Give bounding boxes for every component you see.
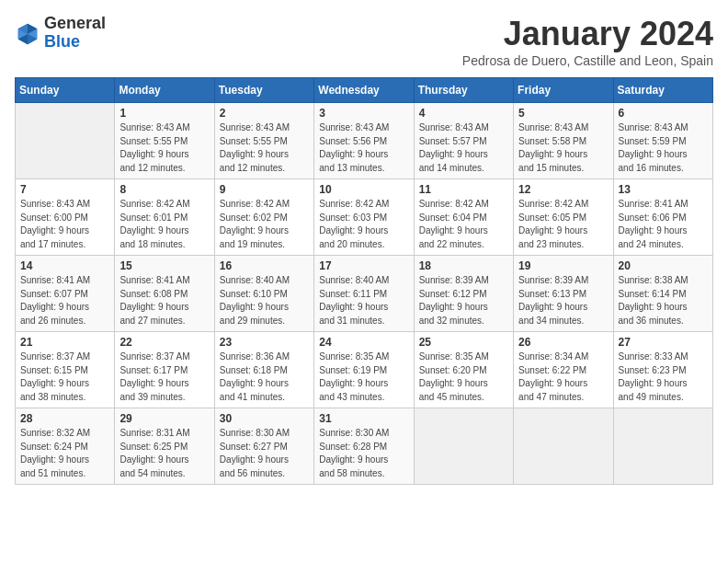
weekday-header: Monday: [115, 78, 214, 103]
day-detail: Sunrise: 8:33 AMSunset: 6:23 PMDaylight:…: [619, 350, 708, 404]
day-detail: Sunrise: 8:42 AMSunset: 6:04 PMDaylight:…: [419, 198, 508, 251]
logo-text: General Blue: [44, 15, 106, 52]
calendar-cell: 27Sunrise: 8:33 AMSunset: 6:23 PMDayligh…: [613, 332, 712, 408]
day-detail: Sunrise: 8:31 AMSunset: 6:25 PMDaylight:…: [119, 427, 209, 480]
calendar-cell: 10Sunrise: 8:42 AMSunset: 6:03 PMDayligh…: [314, 179, 414, 256]
day-number: 31: [319, 412, 408, 425]
calendar-cell: 22Sunrise: 8:37 AMSunset: 6:17 PMDayligh…: [115, 332, 214, 408]
calendar-cell: 28Sunrise: 8:32 AMSunset: 6:24 PMDayligh…: [16, 408, 115, 485]
day-detail: Sunrise: 8:30 AMSunset: 6:27 PMDaylight:…: [220, 427, 309, 480]
day-number: 4: [419, 107, 508, 120]
logo-icon: [15, 20, 40, 46]
day-number: 23: [220, 336, 309, 349]
day-number: 17: [319, 259, 408, 272]
day-number: 26: [518, 336, 608, 349]
day-number: 2: [220, 107, 309, 120]
day-detail: Sunrise: 8:39 AMSunset: 6:13 PMDaylight:…: [518, 274, 608, 327]
weekday-header: Thursday: [414, 78, 513, 103]
day-detail: Sunrise: 8:36 AMSunset: 6:18 PMDaylight:…: [220, 350, 309, 404]
day-detail: Sunrise: 8:30 AMSunset: 6:28 PMDaylight:…: [319, 427, 408, 480]
title-block: January 2024 Pedrosa de Duero, Castille …: [462, 15, 713, 68]
day-number: 20: [619, 259, 708, 272]
day-detail: Sunrise: 8:42 AMSunset: 6:03 PMDaylight:…: [319, 198, 408, 251]
day-detail: Sunrise: 8:43 AMSunset: 5:58 PMDaylight:…: [518, 121, 608, 175]
day-number: 9: [220, 183, 309, 196]
calendar-cell: 13Sunrise: 8:41 AMSunset: 6:06 PMDayligh…: [613, 179, 712, 256]
day-detail: Sunrise: 8:39 AMSunset: 6:12 PMDaylight:…: [419, 274, 508, 327]
calendar-cell: 15Sunrise: 8:41 AMSunset: 6:08 PMDayligh…: [115, 256, 214, 332]
calendar-cell: 25Sunrise: 8:35 AMSunset: 6:20 PMDayligh…: [414, 332, 513, 408]
day-number: 13: [619, 183, 708, 196]
weekday-header-row: SundayMondayTuesdayWednesdayThursdayFrid…: [16, 78, 713, 103]
weekday-header: Friday: [514, 78, 613, 103]
day-detail: Sunrise: 8:35 AMSunset: 6:19 PMDaylight:…: [319, 350, 408, 404]
day-number: 1: [119, 107, 209, 120]
weekday-header: Sunday: [16, 78, 115, 103]
calendar-cell: 17Sunrise: 8:40 AMSunset: 6:11 PMDayligh…: [314, 256, 414, 332]
calendar-cell: 30Sunrise: 8:30 AMSunset: 6:27 PMDayligh…: [214, 408, 313, 485]
calendar-cell: 11Sunrise: 8:42 AMSunset: 6:04 PMDayligh…: [414, 179, 513, 256]
day-detail: Sunrise: 8:40 AMSunset: 6:10 PMDaylight:…: [220, 274, 309, 327]
calendar-cell: 14Sunrise: 8:41 AMSunset: 6:07 PMDayligh…: [16, 256, 115, 332]
calendar-cell: 8Sunrise: 8:42 AMSunset: 6:01 PMDaylight…: [115, 179, 214, 256]
day-number: 11: [419, 183, 508, 196]
calendar-cell: 12Sunrise: 8:42 AMSunset: 6:05 PMDayligh…: [514, 179, 613, 256]
day-number: 22: [119, 336, 209, 349]
day-detail: Sunrise: 8:43 AMSunset: 5:59 PMDaylight:…: [619, 121, 708, 175]
day-number: 18: [419, 259, 508, 272]
day-number: 28: [20, 412, 109, 425]
page-header: General Blue January 2024 Pedrosa de Due…: [15, 15, 713, 68]
day-detail: Sunrise: 8:38 AMSunset: 6:14 PMDaylight:…: [619, 274, 708, 327]
day-detail: Sunrise: 8:42 AMSunset: 6:02 PMDaylight:…: [220, 198, 309, 251]
day-detail: Sunrise: 8:43 AMSunset: 5:56 PMDaylight:…: [319, 121, 408, 175]
day-number: 25: [419, 336, 508, 349]
weekday-header: Saturday: [613, 78, 712, 103]
day-number: 10: [319, 183, 408, 196]
day-detail: Sunrise: 8:42 AMSunset: 6:05 PMDaylight:…: [518, 198, 608, 251]
day-detail: Sunrise: 8:41 AMSunset: 6:07 PMDaylight:…: [20, 274, 109, 327]
calendar-cell: 24Sunrise: 8:35 AMSunset: 6:19 PMDayligh…: [314, 332, 414, 408]
day-number: 12: [518, 183, 608, 196]
calendar-cell: 23Sunrise: 8:36 AMSunset: 6:18 PMDayligh…: [214, 332, 313, 408]
calendar-cell: 31Sunrise: 8:30 AMSunset: 6:28 PMDayligh…: [314, 408, 414, 485]
day-detail: Sunrise: 8:43 AMSunset: 5:55 PMDaylight:…: [119, 121, 209, 175]
day-number: 8: [119, 183, 209, 196]
day-detail: Sunrise: 8:43 AMSunset: 6:00 PMDaylight:…: [20, 198, 109, 251]
day-number: 21: [20, 336, 109, 349]
calendar-cell: [414, 408, 513, 485]
calendar-cell: [514, 408, 613, 485]
calendar-cell: 1Sunrise: 8:43 AMSunset: 5:55 PMDaylight…: [115, 103, 214, 179]
day-number: 3: [319, 107, 408, 120]
calendar-cell: 19Sunrise: 8:39 AMSunset: 6:13 PMDayligh…: [514, 256, 613, 332]
day-detail: Sunrise: 8:37 AMSunset: 6:15 PMDaylight:…: [20, 350, 109, 404]
day-detail: Sunrise: 8:34 AMSunset: 6:22 PMDaylight:…: [518, 350, 608, 404]
calendar-cell: 9Sunrise: 8:42 AMSunset: 6:02 PMDaylight…: [214, 179, 313, 256]
calendar-cell: 29Sunrise: 8:31 AMSunset: 6:25 PMDayligh…: [115, 408, 214, 485]
calendar-cell: 2Sunrise: 8:43 AMSunset: 5:55 PMDaylight…: [214, 103, 313, 179]
calendar-cell: 20Sunrise: 8:38 AMSunset: 6:14 PMDayligh…: [613, 256, 712, 332]
weekday-header: Tuesday: [214, 78, 313, 103]
logo: General Blue: [15, 15, 106, 52]
month-title: January 2024: [462, 15, 713, 53]
day-detail: Sunrise: 8:41 AMSunset: 6:06 PMDaylight:…: [619, 198, 708, 251]
day-number: 16: [220, 259, 309, 272]
calendar-cell: [613, 408, 712, 485]
day-detail: Sunrise: 8:32 AMSunset: 6:24 PMDaylight:…: [20, 427, 109, 480]
day-number: 29: [119, 412, 209, 425]
day-number: 5: [518, 107, 608, 120]
day-detail: Sunrise: 8:43 AMSunset: 5:57 PMDaylight:…: [419, 121, 508, 175]
day-detail: Sunrise: 8:43 AMSunset: 5:55 PMDaylight:…: [220, 121, 309, 175]
calendar-cell: 7Sunrise: 8:43 AMSunset: 6:00 PMDaylight…: [16, 179, 115, 256]
calendar-week-row: 21Sunrise: 8:37 AMSunset: 6:15 PMDayligh…: [16, 332, 713, 408]
calendar-week-row: 28Sunrise: 8:32 AMSunset: 6:24 PMDayligh…: [16, 408, 713, 485]
day-number: 24: [319, 336, 408, 349]
calendar-cell: [16, 103, 115, 179]
calendar-table: SundayMondayTuesdayWednesdayThursdayFrid…: [15, 77, 713, 485]
day-number: 27: [619, 336, 708, 349]
calendar-cell: 5Sunrise: 8:43 AMSunset: 5:58 PMDaylight…: [514, 103, 613, 179]
calendar-week-row: 14Sunrise: 8:41 AMSunset: 6:07 PMDayligh…: [16, 256, 713, 332]
day-detail: Sunrise: 8:35 AMSunset: 6:20 PMDaylight:…: [419, 350, 508, 404]
calendar-cell: 18Sunrise: 8:39 AMSunset: 6:12 PMDayligh…: [414, 256, 513, 332]
day-detail: Sunrise: 8:41 AMSunset: 6:08 PMDaylight:…: [119, 274, 209, 327]
day-detail: Sunrise: 8:42 AMSunset: 6:01 PMDaylight:…: [119, 198, 209, 251]
